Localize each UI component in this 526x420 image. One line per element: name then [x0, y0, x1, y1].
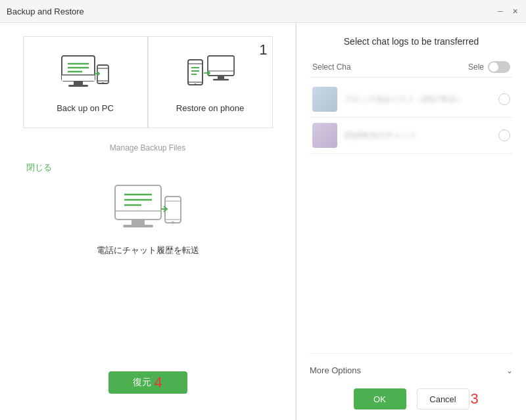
svg-rect-22	[218, 76, 224, 79]
svg-rect-28	[123, 225, 153, 227]
svg-rect-23	[213, 79, 229, 81]
svg-rect-25	[115, 185, 161, 220]
chat-avatar-2	[312, 123, 337, 148]
restore-card-wrapper: Restore on phone 1	[148, 36, 273, 128]
chat-radio-2[interactable]	[498, 129, 510, 141]
restore-button[interactable]: 復元 4	[108, 371, 187, 394]
minimize-button[interactable]: ─	[496, 7, 505, 16]
chevron-down-icon: ⌄	[506, 366, 513, 375]
app-title: Backup and Restore	[7, 7, 496, 16]
transfer-label: 電話にチャット履歴を転送	[97, 245, 199, 256]
restore-phone-icon	[184, 52, 237, 98]
svg-point-35	[172, 222, 174, 224]
transfer-icon	[108, 180, 187, 239]
manage-backup-link[interactable]: Manage Backup Files	[110, 143, 185, 152]
svg-rect-32	[165, 197, 181, 223]
svg-rect-4	[68, 85, 88, 87]
panel-title: Select chat logs to be transferred	[310, 36, 513, 47]
backup-on-pc-card[interactable]: Back up on PC	[23, 36, 148, 128]
chat-name-2: 2016年分のチャット	[344, 130, 492, 141]
titlebar: Backup and Restore ─ ✕	[0, 0, 526, 23]
backup-pc-icon	[59, 52, 112, 98]
svg-rect-20	[208, 56, 234, 76]
close-button[interactable]: ✕	[510, 7, 519, 16]
svg-rect-27	[132, 220, 145, 225]
more-options-label: More Options	[310, 365, 361, 375]
restore-phone-label: Restore on phone	[176, 103, 244, 113]
sele-label: Sele	[468, 62, 484, 72]
svg-point-16	[194, 83, 196, 85]
cancel-button[interactable]: Cancel	[417, 388, 469, 409]
svg-rect-3	[74, 81, 83, 85]
badge-1: 1	[259, 41, 267, 58]
ok-button[interactable]: OK	[354, 388, 406, 409]
backup-card-wrapper: Back up on PC	[23, 36, 148, 128]
more-options-row[interactable]: More Options ⌄	[310, 360, 513, 381]
main-content: Back up on PC	[0, 23, 526, 420]
close-link[interactable]: 閉じる	[13, 162, 52, 172]
right-panel-footer: More Options ⌄ OK Cancel 3	[310, 353, 513, 413]
chat-item[interactable]: 2016年分のチャット	[310, 118, 513, 154]
svg-point-11	[102, 82, 104, 84]
badge-4: 4	[154, 375, 162, 390]
left-panel: Back up on PC	[0, 23, 296, 420]
chat-item[interactable]: ブロック済みリスト（2017年分）	[310, 82, 513, 118]
app-window: Backup and Restore ─ ✕	[0, 0, 526, 420]
chat-name-1: ブロック済みリスト（2017年分）	[344, 94, 492, 105]
select-all-toggle[interactable]	[488, 61, 510, 73]
badge-3: 3	[471, 390, 479, 408]
right-panel: Select chat logs to be transferred Selec…	[296, 23, 526, 420]
backup-pc-label: Back up on PC	[57, 103, 114, 113]
footer-actions: OK Cancel 3	[310, 381, 513, 413]
window-controls: ─ ✕	[496, 7, 519, 16]
restore-on-phone-card[interactable]: Restore on phone	[148, 36, 273, 128]
chat-list-header: Select Cha Sele	[310, 57, 513, 78]
chat-radio-1[interactable]	[498, 93, 510, 105]
action-cards-row: Back up on PC	[13, 36, 282, 128]
select-cha-label: Select Cha	[312, 62, 351, 72]
chat-avatar-1	[312, 87, 337, 112]
transfer-section: 電話にチャット履歴を転送	[97, 180, 199, 256]
chat-list: ブロック済みリスト（2017年分） 2016年分のチャット 2	[310, 82, 513, 353]
